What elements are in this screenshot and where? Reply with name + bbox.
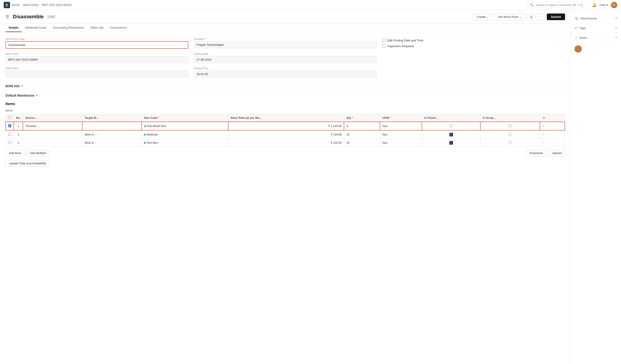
posting-date-group: Posting Date bbox=[194, 52, 377, 63]
party-name-input[interactable] bbox=[5, 70, 188, 78]
header-qty: Qty * bbox=[344, 114, 380, 122]
tab-additional-costs[interactable]: Additional Costs bbox=[22, 24, 50, 32]
header-basic-rate: Basic Rate (as per Sto... bbox=[228, 114, 344, 122]
edit-icon-1[interactable]: ✏ bbox=[542, 124, 545, 128]
share-icon: ↗ bbox=[574, 36, 577, 40]
help-menu[interactable]: Help ▾ bbox=[600, 3, 608, 7]
item-dot-2 bbox=[144, 134, 146, 136]
header-settings[interactable]: ⚙ bbox=[540, 114, 565, 122]
row-target-3: Work In ... bbox=[82, 139, 142, 147]
avatar[interactable]: FL bbox=[611, 2, 617, 8]
stock-entry-type-input[interactable] bbox=[5, 41, 188, 49]
posting-date-input[interactable] bbox=[194, 56, 377, 63]
inspection-required-checkbox[interactable] bbox=[382, 44, 385, 47]
submit-button[interactable]: Submit bbox=[547, 14, 565, 20]
row-edit-2[interactable]: ✏ bbox=[540, 130, 565, 139]
add-share-button[interactable]: + bbox=[615, 35, 617, 40]
party-name-label: Party Name bbox=[5, 67, 188, 70]
edit-posting-date-checkbox[interactable] bbox=[382, 39, 385, 42]
row-is-scrap-2[interactable] bbox=[480, 130, 540, 139]
edit-icon-2[interactable]: ✏ bbox=[542, 133, 545, 136]
more-options-button[interactable]: ··· bbox=[537, 13, 545, 20]
table-footer: Add Row Add Multiple Download Upload bbox=[5, 150, 565, 156]
row-is-scrap-1[interactable] bbox=[480, 122, 540, 130]
header-actions: Create ⌄ Get Items From ⌄ 🖨 ··· Submit bbox=[473, 13, 565, 20]
row-checkbox-3[interactable] bbox=[8, 141, 11, 144]
add-tag-button[interactable]: + bbox=[615, 26, 617, 31]
row-uom-1[interactable]: Nos bbox=[380, 122, 422, 130]
breadcrumb-document[interactable]: MAT-STE-2024-00152 bbox=[42, 3, 72, 7]
update-rate-button[interactable]: Update Rate and Availability bbox=[5, 160, 50, 167]
row-checkbox-2[interactable] bbox=[8, 133, 11, 136]
items-sub-label: Items bbox=[5, 109, 565, 112]
tags-left: 🏷 Tags bbox=[574, 26, 586, 30]
print-button[interactable]: 🖨 bbox=[527, 13, 535, 20]
add-row-button[interactable]: Add Row bbox=[5, 150, 24, 156]
upload-button[interactable]: Upload bbox=[549, 150, 565, 156]
row-edit-1[interactable]: ✏ bbox=[540, 122, 565, 130]
sidebar-share[interactable]: ↗ Share + bbox=[574, 33, 618, 43]
breadcrumb: Stock › Stock Entry › MAT-STE-2024-00152 bbox=[12, 3, 72, 7]
add-multiple-button[interactable]: Add Multiple bbox=[26, 150, 50, 156]
select-all-checkbox[interactable] bbox=[8, 116, 11, 119]
create-button[interactable]: Create ⌄ bbox=[473, 14, 492, 20]
row-edit-3[interactable]: ✏ bbox=[540, 139, 565, 147]
edit-icon-3[interactable]: ✏ bbox=[542, 141, 545, 144]
row-qty-2[interactable]: 15 bbox=[344, 130, 380, 139]
bell-icon[interactable]: 🔔 bbox=[592, 3, 597, 7]
tag-icon: 🏷 bbox=[574, 26, 578, 30]
bom-info-label: BOM Info bbox=[5, 84, 20, 88]
posting-time-input[interactable] bbox=[194, 70, 377, 78]
spacer-2 bbox=[382, 67, 565, 78]
row-uom-3[interactable]: Nos bbox=[380, 139, 422, 147]
row-checkbox-cell-3[interactable] bbox=[6, 139, 14, 147]
row-item-code-3[interactable]: Test Item bbox=[142, 139, 228, 147]
update-rate-section: Update Rate and Availability bbox=[5, 160, 565, 167]
download-button[interactable]: Download bbox=[526, 150, 546, 156]
header-target: Target W... bbox=[82, 114, 142, 122]
content-area: ☰ Disassemble Draft Create ⌄ Get Items F… bbox=[0, 10, 570, 364]
sidebar-attachments[interactable]: 📎 Attachments + bbox=[574, 14, 618, 23]
chevron-down-icon: ▾ bbox=[606, 3, 608, 7]
stock-entry-type-group: Stock Entry Type * bbox=[5, 38, 188, 49]
row-uom-2[interactable]: Nos bbox=[380, 130, 422, 139]
column-settings-button[interactable]: ⚙ bbox=[542, 116, 545, 120]
row-checkbox-1[interactable] bbox=[8, 124, 11, 127]
row-is-scrap-3[interactable] bbox=[480, 139, 540, 147]
row-item-code-2[interactable]: WebCam bbox=[142, 130, 228, 139]
search-bar[interactable]: 🔍 Search or type a command (⌘ + G) bbox=[527, 2, 587, 8]
company-input[interactable] bbox=[194, 41, 377, 48]
hamburger-icon[interactable]: ☰ bbox=[5, 14, 9, 19]
right-sidebar: 📎 Attachments + 🏷 Tags + ↗ Share + bbox=[570, 10, 621, 364]
tab-details[interactable]: Details bbox=[5, 24, 22, 32]
add-attachment-button[interactable]: + bbox=[615, 16, 617, 21]
tab-accounting-dimensions[interactable]: Accounting Dimensions bbox=[50, 24, 87, 32]
sidebar-tags[interactable]: 🏷 Tags + bbox=[574, 23, 618, 33]
breadcrumb-stock-entry[interactable]: Stock Entry bbox=[23, 3, 38, 7]
row-target-2: Work In ... bbox=[82, 130, 142, 139]
form-row-2: Work Order Posting Date bbox=[5, 52, 565, 63]
inspection-required-row: Inspection Required bbox=[382, 44, 565, 48]
row-is-finished-2[interactable] bbox=[422, 130, 480, 139]
row-qty-1[interactable]: 5 bbox=[344, 122, 380, 130]
tab-other-info[interactable]: Other Info bbox=[87, 24, 107, 32]
sidebar-avatar-area bbox=[574, 43, 618, 55]
items-section: Items Items No. Source ... Target W... bbox=[5, 102, 565, 167]
row-item-code-1[interactable]: Test Mixed Item bbox=[142, 122, 228, 130]
bom-info-section[interactable]: BOM Info ▾ bbox=[5, 81, 565, 91]
stock-entry-type-label: Stock Entry Type * bbox=[5, 38, 188, 40]
tab-connections[interactable]: Connections bbox=[107, 24, 130, 32]
default-warehouse-section[interactable]: Default Warehouse ▾ bbox=[5, 91, 565, 100]
share-label: Share bbox=[579, 36, 587, 39]
table-row: 3 Work In ... Test Item ₹ 100.00 10 Nos … bbox=[6, 139, 565, 147]
row-is-finished-3[interactable] bbox=[422, 139, 480, 147]
row-qty-3[interactable]: 10 bbox=[344, 139, 380, 147]
get-items-button[interactable]: Get Items From ⌄ bbox=[494, 14, 525, 20]
work-order-input[interactable] bbox=[5, 56, 188, 63]
row-checkbox-cell-1[interactable] bbox=[6, 122, 14, 130]
breadcrumb-stock[interactable]: Stock bbox=[12, 3, 19, 7]
row-no-3: 3 bbox=[14, 139, 23, 147]
header-is-finished: Is Finish... bbox=[422, 114, 480, 122]
row-checkbox-cell-2[interactable] bbox=[6, 130, 14, 139]
row-is-finished-1[interactable] bbox=[422, 122, 480, 130]
